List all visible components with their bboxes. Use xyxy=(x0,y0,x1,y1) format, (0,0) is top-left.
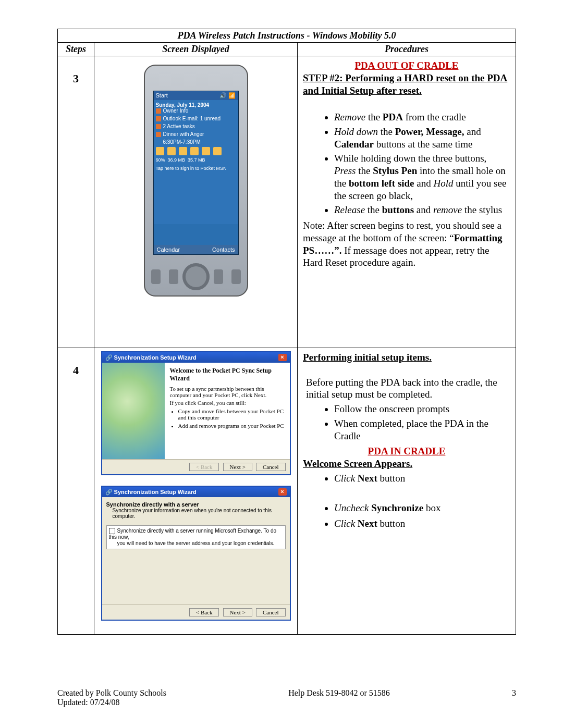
col-proc: Procedures xyxy=(298,43,516,56)
pda-item: Dinner with Anger xyxy=(163,131,204,137)
pda-soft-left: Calendar xyxy=(157,246,180,253)
col-screen: Screen Displayed xyxy=(94,43,298,56)
wiz1-li: Copy and move files between your Pocket … xyxy=(178,408,285,421)
step-4-procedure: Performing initial setup items. Before p… xyxy=(298,348,516,635)
next-button[interactable]: Next > xyxy=(223,463,252,471)
bullet: Release the buttons and remove the stylu… xyxy=(334,204,510,216)
bullet: Click Next button xyxy=(334,472,510,485)
wiz1-p2: If you click Cancel, you can still: xyxy=(170,400,285,406)
cancel-button[interactable]: Cancel xyxy=(256,463,286,471)
cancel-button[interactable]: Cancel xyxy=(256,608,286,616)
step-3-screen: Start 🔊 📶 Sunday, July 11, 2004 Owner In… xyxy=(94,56,298,348)
pda-item: 6:30PM-7:30PM xyxy=(163,139,236,145)
pda-out-heading: PDA OUT OF CRADLE xyxy=(303,59,510,72)
step-4-screen: 🔗 Synchronization Setup Wizard × Welcome… xyxy=(94,348,298,635)
bullet: Uncheck Synchronize box xyxy=(334,502,510,514)
bullet: When completed, place the PDA in the Cra… xyxy=(334,417,510,442)
bullet: Hold down the Power, Message, and Calend… xyxy=(334,126,510,151)
next-button[interactable]: Next > xyxy=(223,608,252,616)
sync-checkbox[interactable] xyxy=(109,528,115,534)
wizard-2: 🔗 Synchronization Setup Wizard × Synchro… xyxy=(101,486,291,621)
pda-item: Outlook E-mail: 1 unread xyxy=(163,116,221,121)
instructions-table: PDA Wireless Patch Instructions - Window… xyxy=(57,29,516,635)
wiz2-title: Synchronization Setup Wizard xyxy=(114,489,197,495)
step-3-note: Note: After screen begins to rest, you s… xyxy=(303,219,510,269)
wiz1-heading: Welcome to the Pocket PC Sync Setup Wiza… xyxy=(170,367,285,382)
step-4-number: 4 xyxy=(58,348,94,635)
pda-item: Owner Info xyxy=(163,108,189,114)
pda-clock-icon: 🔊 📶 xyxy=(219,92,236,99)
step-3-number: 3 xyxy=(58,56,94,348)
pda-tap: Tap here to sign in to Pocket MSN xyxy=(156,166,236,171)
wizard-1: 🔗 Synchronization Setup Wizard × Welcome… xyxy=(101,351,291,475)
doc-title: PDA Wireless Patch Instructions - Window… xyxy=(58,29,516,43)
wizard-sidebar-image xyxy=(102,363,165,459)
wiz2-opt2: you will need to have the server address… xyxy=(117,540,275,546)
step-3-procedure: PDA OUT OF CRADLE STEP #2: Performing a … xyxy=(298,56,516,348)
pda-item: 2 Active tasks xyxy=(163,124,195,129)
close-icon[interactable]: × xyxy=(278,354,287,361)
wiz2-sub: Synchronize directly with a server xyxy=(106,501,286,508)
pda-device: Start 🔊 📶 Sunday, July 11, 2004 Owner In… xyxy=(144,65,248,297)
step-4-h1: Performing initial setup items. xyxy=(303,351,510,364)
step-4-intro: Before putting the PDA back into the cra… xyxy=(306,376,510,401)
pda-date: Sunday, July 11, 2004 xyxy=(156,102,236,108)
wiz1-li: Add and remove programs on your Pocket P… xyxy=(178,423,285,429)
footer-helpdesk: Help Desk 519-8042 or 51586 xyxy=(288,688,390,707)
step-4-h2: Welcome Screen Appears. xyxy=(303,458,510,470)
step-3-title: STEP #2: Performing a HARD reset on the … xyxy=(303,72,510,97)
wiz1-p1: To set up a sync partnership between thi… xyxy=(170,386,285,398)
bullet: Remove the PDA from the cradle xyxy=(334,111,510,124)
bullet: Click Next button xyxy=(334,517,510,530)
col-steps: Steps xyxy=(58,43,94,56)
bullet: Follow the onscreen prompts xyxy=(334,403,510,415)
footer-updated: Updated: 07/24/08 xyxy=(57,698,120,707)
step-3-bullets: Remove the PDA from the cradle Hold down… xyxy=(303,111,510,216)
wiz2-desc: Synchronize your information even when y… xyxy=(113,508,286,519)
page-footer: Created by Polk County Schools Updated: … xyxy=(57,688,516,707)
pda-in-heading: PDA IN CRADLE xyxy=(303,445,510,458)
wiz2-opt1: Synchronize directly with a server runni… xyxy=(109,528,277,540)
back-button[interactable]: < Back xyxy=(189,608,219,616)
close-icon[interactable]: × xyxy=(278,488,287,496)
pda-soft-right: Contacts xyxy=(212,246,235,253)
back-button[interactable]: < Back xyxy=(189,463,219,471)
bullet: While holding down the three buttons, Pr… xyxy=(334,152,510,202)
wiz1-title: Synchronization Setup Wizard xyxy=(114,354,197,361)
footer-created: Created by Polk County Schools xyxy=(57,688,166,697)
footer-pagenum: 3 xyxy=(512,688,516,707)
pda-start: Start xyxy=(156,92,168,99)
